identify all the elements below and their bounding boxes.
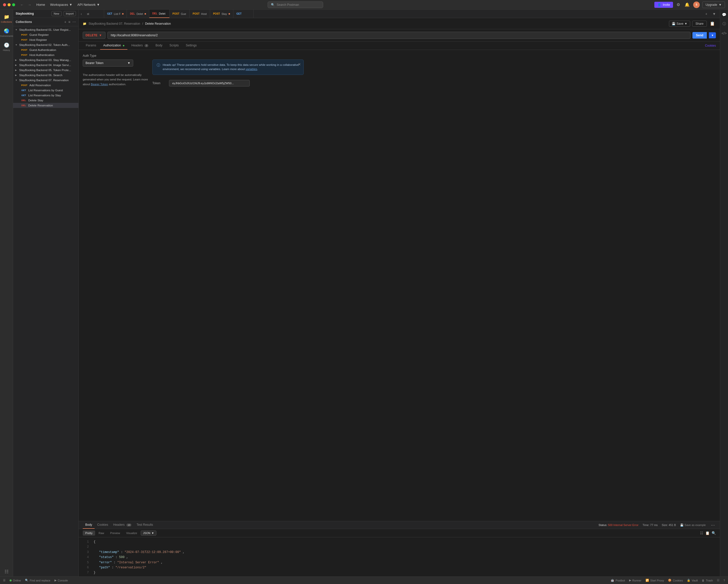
sidebar-item-history[interactable]: 🕐 History [1, 41, 12, 53]
tab-headers[interactable]: Headers 7 [128, 42, 152, 50]
notifications-button[interactable]: 🔔 [684, 1, 691, 8]
folder-07[interactable]: ▼ StayBooking Backend 07. Reservation [13, 78, 78, 83]
invite-button[interactable]: 👤 Invite [654, 2, 673, 8]
sort-collections-button[interactable]: ≡ [68, 20, 70, 24]
search-bar[interactable]: 🔍 Search Postman [268, 1, 323, 8]
right-code-button[interactable]: </> [721, 30, 728, 36]
method-select[interactable]: DELETE ▼ [83, 32, 105, 39]
sidebar-item-collections[interactable]: 📁 Collections [1, 12, 12, 25]
tab-more-button[interactable]: ▼ [710, 12, 718, 16]
tab-post-gue[interactable]: POST Gue [170, 9, 190, 18]
new-button[interactable]: New [51, 11, 61, 16]
close-banner-button[interactable]: ✕ [298, 62, 301, 66]
tab-params[interactable]: Params [83, 42, 99, 50]
upgrade-button[interactable]: Upgrade ▼ [702, 1, 725, 8]
tab-st[interactable]: st [84, 9, 104, 18]
list-item[interactable]: GET List Reservations by Guest [13, 88, 78, 93]
new-tab-button[interactable]: + [703, 12, 709, 16]
right-info-button[interactable]: ⓘ [722, 21, 727, 27]
statusbar-postbot[interactable]: 🤖 Postbot [611, 579, 625, 582]
statusbar-cookies[interactable]: 🍪 Cookies [668, 579, 683, 582]
more-options-button[interactable]: ⋯ [72, 20, 76, 24]
workspaces-menu[interactable]: Workspaces ▼ [50, 3, 72, 6]
console-icon: ▶ [54, 579, 56, 582]
statusbar-trash[interactable]: 🗑 Trash [702, 579, 713, 582]
list-item-active[interactable]: DEL Delete Reservation [13, 103, 78, 108]
filter-button[interactable]: ☷ [700, 531, 703, 535]
folder-04[interactable]: ▶ StayBooking Backend 04. Image Servi... [13, 62, 78, 68]
save-example-button[interactable]: 💾 Save as example [680, 524, 706, 527]
list-item[interactable]: POST Add Reservation [13, 83, 78, 88]
folder-05[interactable]: ▶ StayBooking Backend 05. Token Prote... [13, 68, 78, 73]
resp-tab-test-results[interactable]: Test Results [134, 521, 155, 529]
tab-get[interactable]: GET [233, 9, 254, 18]
statusbar-start-proxy[interactable]: 🔁 Start Proxy [646, 579, 664, 582]
right-comments-button[interactable]: 💬 [721, 11, 727, 18]
url-input[interactable] [107, 32, 691, 39]
folder-06[interactable]: ▶ StayBooking Backend 06. Search [13, 73, 78, 78]
back-button[interactable]: ← [19, 2, 25, 7]
resp-tab-cookies[interactable]: Cookies [95, 521, 110, 529]
statusbar-console[interactable]: ▶ Console [54, 579, 68, 582]
resp-tab-headers[interactable]: Headers 10 [111, 521, 134, 529]
resp-tab-body[interactable]: Body [83, 521, 95, 529]
share-button[interactable]: Share [692, 21, 707, 27]
subtab-raw[interactable]: Raw [96, 531, 107, 536]
folder-03[interactable]: ▶ StayBooking Backend 03. Stay Manag... [13, 57, 78, 62]
import-button[interactable]: Import [63, 11, 76, 16]
list-item[interactable]: POST Guest Authentication [13, 47, 78, 52]
home-link[interactable]: Home [36, 3, 45, 6]
tab-scripts[interactable]: Scripts [166, 42, 182, 50]
tab-prev-button[interactable]: ‹ [79, 9, 84, 18]
tab-body[interactable]: Body [152, 42, 165, 50]
bearer-token-link[interactable]: Bearer Token [91, 83, 108, 86]
maximize-window-button[interactable] [12, 3, 15, 6]
statusbar-find-replace[interactable]: 🔍 Find and replace [25, 579, 50, 582]
statusbar-online[interactable]: Online [9, 579, 21, 582]
tab-del-1[interactable]: DEL Delet [127, 9, 149, 18]
sidebar-item-runner[interactable]: ☷ [1, 567, 12, 577]
sidebar-item-environments[interactable]: 🌏 Environments [1, 26, 12, 39]
statusbar-runner[interactable]: ▶ Runner [629, 579, 642, 582]
list-item[interactable]: GET List Reservations by Stay [13, 93, 78, 98]
tab-authorization[interactable]: Authorization [100, 42, 127, 50]
tab-del-active[interactable]: DEL Delet [149, 9, 170, 18]
search-response-button[interactable]: 🔍 [711, 531, 716, 535]
minimize-window-button[interactable] [7, 3, 10, 6]
variables-link[interactable]: variables [246, 68, 257, 71]
tab-post-stay[interactable]: POST Stay [210, 9, 233, 18]
folder-01[interactable]: ▼ StayBooking Backend 01. User Regist... [13, 27, 78, 32]
statusbar-layout-button[interactable]: ☰ [3, 579, 5, 582]
add-collection-button[interactable]: + [64, 20, 66, 24]
statusbar-grid[interactable]: ☷ [717, 579, 720, 582]
api-network-menu[interactable]: API Network ▼ [77, 3, 100, 6]
list-item[interactable]: DEL Delete Stay [13, 98, 78, 103]
send-button[interactable]: Send [693, 32, 707, 38]
cookies-link[interactable]: Cookies [705, 44, 716, 47]
token-input[interactable] [169, 80, 250, 86]
list-item[interactable]: POST Guest Register [13, 32, 78, 37]
statusbar-help[interactable]: ? [724, 579, 725, 582]
forward-button[interactable]: → [27, 2, 32, 7]
tab-get-list[interactable]: GET List F [104, 9, 127, 18]
settings-button[interactable]: ⚙ [676, 1, 681, 8]
list-item[interactable]: POST Host Authentication [13, 52, 78, 57]
format-select[interactable]: JSON ▼ [141, 531, 156, 536]
save-button[interactable]: 💾 Save ▼ [669, 21, 690, 27]
send-options-button[interactable]: ▼ [709, 32, 716, 38]
info-banner: ⓘ Heads up! These parameters hold sensit… [152, 59, 304, 75]
close-window-button[interactable] [3, 3, 6, 6]
subtab-pretty[interactable]: Pretty [83, 531, 95, 536]
tab-post-host[interactable]: POST Host [190, 9, 210, 18]
subtab-visualize[interactable]: Visualize [124, 531, 140, 536]
folder-02[interactable]: ▼ StayBooking Backend 02. Token Auth... [13, 42, 78, 47]
subtab-preview[interactable]: Preview [108, 531, 123, 536]
docs-button[interactable]: 📋 [709, 20, 716, 27]
tab-settings[interactable]: Settings [183, 42, 200, 50]
statusbar-vault[interactable]: 🔒 Vault [687, 579, 698, 582]
copy-button[interactable]: 📋 [705, 531, 709, 535]
avatar[interactable]: S [693, 1, 700, 8]
response-more-button[interactable]: ⋯ [710, 522, 716, 529]
auth-type-select[interactable]: Bearer Token ▼ [83, 59, 133, 67]
list-item[interactable]: POST Host Register [13, 37, 78, 42]
